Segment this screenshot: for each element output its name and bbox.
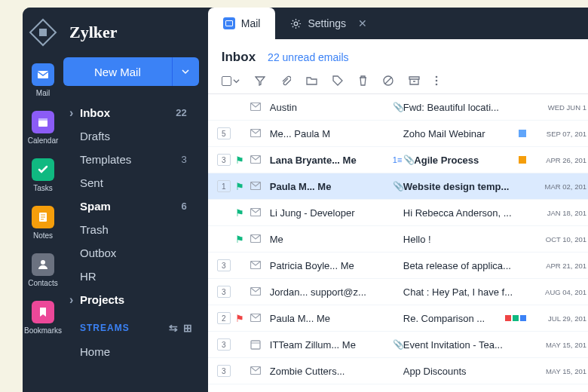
message-from: Paula M... Me xyxy=(270,313,387,324)
content-pane: MailSettings✕ Inbox 22 unread emails Aus… xyxy=(208,8,588,392)
folder-outbox[interactable]: Outbox xyxy=(63,241,199,265)
gear-icon xyxy=(290,18,302,29)
message-subject: Hi Rebecca Anderson, ... xyxy=(403,207,513,219)
message-date: WED JUN 1 xyxy=(534,103,586,112)
message-date: MAR 02, 201 xyxy=(534,182,586,191)
svg-rect-19 xyxy=(251,341,260,349)
message-row[interactable]: 3Zombie Cutters...App DiscountsMAY 15, 2… xyxy=(208,358,588,384)
streams-list: Home xyxy=(63,340,199,363)
paperclip-icon: 📎 xyxy=(393,339,403,350)
delete-icon[interactable] xyxy=(358,75,368,86)
thread-count: 3 xyxy=(217,259,231,271)
message-subject: Zoho Mail Webinar xyxy=(403,128,513,139)
flag-icon[interactable]: ⚑ xyxy=(235,313,246,324)
flag-icon[interactable]: ⚑ xyxy=(235,155,246,166)
message-row[interactable]: 5Me... Paula MZoho Mail WebinarSEP 07, 2… xyxy=(208,121,588,147)
svg-point-5 xyxy=(295,22,299,26)
new-mail-button[interactable]: New Mail xyxy=(63,57,172,86)
thread-count: 2 xyxy=(217,312,231,324)
message-date: APR 21, 201 xyxy=(534,262,586,270)
message-row[interactable]: 3Patricia Boyle... MeBeta release of app… xyxy=(208,253,588,279)
tag-dot xyxy=(519,130,526,137)
attachment-icon[interactable] xyxy=(280,75,291,86)
envelope-icon xyxy=(250,155,262,164)
message-row[interactable]: 1⚑Paula M... Me📎Website design temp...MA… xyxy=(208,173,588,200)
streams-settings-icon[interactable]: ⇆ xyxy=(169,322,179,334)
folder-hr[interactable]: HR xyxy=(63,265,199,288)
sidebar: Zylker New Mail Inbox22DraftsTemplates3S… xyxy=(63,8,208,392)
message-date: JUL 29, 201 xyxy=(534,314,586,323)
compose-group: New Mail xyxy=(63,57,199,86)
envelope-icon xyxy=(250,314,262,323)
rail-item-notes[interactable]: Notes xyxy=(32,206,54,240)
calendar-icon xyxy=(32,111,54,133)
message-date: APR 26, 201 xyxy=(534,156,586,164)
message-subject: Agile Process xyxy=(414,155,513,166)
rail-item-contacts[interactable]: Contacts xyxy=(28,253,57,287)
folder-spam[interactable]: Spam6 xyxy=(63,194,199,218)
contacts-icon xyxy=(32,253,54,276)
tab-settings[interactable]: Settings✕ xyxy=(275,8,382,39)
flag-icon[interactable]: ⚑ xyxy=(235,234,246,245)
thread-count: 3 xyxy=(217,286,231,298)
message-from: ITTeam Zillum... Me xyxy=(270,339,387,351)
logo-icon xyxy=(29,19,57,47)
folder-templates[interactable]: Templates3 xyxy=(63,148,199,171)
message-row[interactable]: Austin📎Fwd: Beautiful locati...WED JUN 1 xyxy=(208,94,588,121)
message-date: MAY 15, 201 xyxy=(534,367,586,375)
tab-mail[interactable]: Mail xyxy=(208,8,276,39)
paperclip-icon: 📎 xyxy=(393,102,403,112)
tag-icon[interactable] xyxy=(332,75,343,86)
new-mail-dropdown[interactable] xyxy=(172,57,199,86)
tags xyxy=(505,315,526,321)
thread-count xyxy=(217,101,231,113)
folder-icon[interactable] xyxy=(306,75,317,86)
message-row[interactable]: ⚑MeHello !OCT 10, 201 xyxy=(208,226,588,253)
folder-inbox[interactable]: Inbox22 xyxy=(63,101,199,124)
rail-item-tasks[interactable]: Tasks xyxy=(32,158,54,192)
message-row[interactable]: 2⚑Paula M... MeRe. Comparison ...JUL 29,… xyxy=(208,305,588,332)
envelope-icon xyxy=(250,366,262,375)
streams-header[interactable]: STREAMS ⇆ ⊞ xyxy=(63,311,199,340)
message-from: Li Jung - Developer xyxy=(270,207,387,219)
stream-item-home[interactable]: Home xyxy=(63,340,199,363)
folder-sent[interactable]: Sent xyxy=(63,171,199,194)
message-row[interactable]: 3⚑Lana Bryante... Me1≡📎Agile ProcessAPR … xyxy=(208,147,588,173)
close-icon[interactable]: ✕ xyxy=(358,17,367,29)
message-from: Zombie Cutters... xyxy=(270,366,387,377)
message-from: Me xyxy=(270,234,387,245)
message-list: Austin📎Fwd: Beautiful locati...WED JUN 1… xyxy=(208,94,588,392)
list-header: Inbox 22 unread emails xyxy=(208,39,588,72)
message-date: OCT 10, 201 xyxy=(534,235,586,243)
rail-item-calendar[interactable]: Calendar xyxy=(28,111,59,145)
more-icon[interactable] xyxy=(435,75,438,86)
streams-add-icon[interactable]: ⊞ xyxy=(183,322,193,334)
rail-item-mail[interactable]: Mail xyxy=(32,63,54,97)
archive-icon[interactable] xyxy=(409,75,420,86)
spam-icon[interactable] xyxy=(383,75,394,86)
thread-count xyxy=(217,233,231,245)
unread-count[interactable]: 22 unread emails xyxy=(268,51,348,63)
envelope-icon xyxy=(250,208,262,217)
select-all-checkbox[interactable] xyxy=(222,76,240,86)
svg-point-9 xyxy=(435,84,437,86)
message-from: Lana Bryante... Me xyxy=(270,155,387,166)
message-row[interactable]: 3Jordan... support@z...Chat : Hey Pat, I… xyxy=(208,279,588,305)
message-from: Jordan... support@z... xyxy=(270,286,387,298)
message-subject: Hello ! xyxy=(403,234,513,245)
filter-icon[interactable] xyxy=(255,75,265,86)
rail-item-bookmarks[interactable]: Bookmarks xyxy=(24,301,62,335)
flag-icon[interactable]: ⚑ xyxy=(235,207,246,219)
folder-drafts[interactable]: Drafts xyxy=(63,124,199,148)
folder-trash[interactable]: Trash xyxy=(63,218,199,241)
message-row[interactable]: 3ITTeam Zillum... Me📎Event Invitation - … xyxy=(208,332,588,358)
message-row[interactable]: ⚑Li Jung - DeveloperHi Rebecca Anderson,… xyxy=(208,200,588,226)
folder-projects[interactable]: Projects xyxy=(63,288,199,311)
tab-bar: MailSettings✕ xyxy=(208,8,588,39)
thread-count: 3 xyxy=(217,154,231,166)
message-date: SEP 07, 201 xyxy=(534,130,586,138)
message-from: Paula M... Me xyxy=(270,181,387,192)
envelope-icon xyxy=(250,287,262,296)
flag-icon[interactable]: ⚑ xyxy=(235,181,246,192)
calendar-icon xyxy=(250,339,262,350)
